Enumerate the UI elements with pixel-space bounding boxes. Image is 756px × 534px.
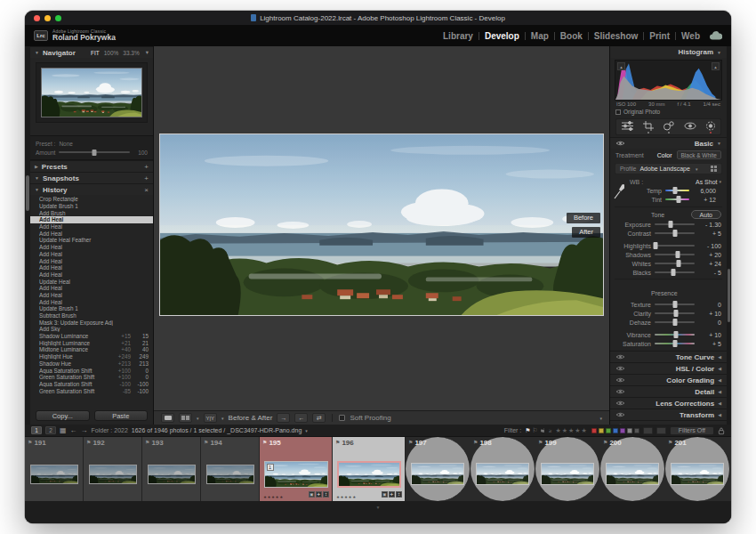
basic-panel-header[interactable]: Basic ▼ bbox=[610, 137, 727, 149]
thumb-flag-icon[interactable]: ⚑ bbox=[473, 440, 478, 445]
sync-cloud-icon[interactable] bbox=[709, 31, 722, 40]
slider-shadows[interactable]: Shadows+ 20 bbox=[610, 250, 727, 259]
second-window-button[interactable]: 2 bbox=[45, 426, 56, 434]
history-step[interactable]: Crop Rectangle bbox=[30, 196, 153, 203]
history-step[interactable]: Shadow Hue+213213 bbox=[30, 360, 153, 368]
section-hsl-color[interactable]: HSL / Color◀ bbox=[610, 362, 727, 374]
thumb-image[interactable] bbox=[541, 463, 594, 485]
scrollbar-thumb[interactable] bbox=[26, 175, 29, 211]
slider-track[interactable] bbox=[655, 334, 695, 336]
preset-value[interactable]: None bbox=[59, 141, 73, 147]
view-dropdown-caret-icon[interactable]: ▾ bbox=[197, 416, 199, 421]
history-step[interactable]: Aqua Saturation Shift-100-100 bbox=[30, 381, 153, 388]
slider-thumb[interactable] bbox=[672, 319, 677, 326]
history-step[interactable]: Add Heal bbox=[30, 285, 153, 292]
photo-preview[interactable]: Before After bbox=[159, 134, 604, 316]
history-step[interactable]: Add Heal bbox=[30, 292, 153, 299]
auto-tone-button[interactable]: Auto bbox=[691, 210, 721, 219]
collapse-triangle-icon[interactable]: ◀ bbox=[718, 354, 721, 360]
edit-sliders-tool[interactable] bbox=[621, 121, 634, 134]
before-after-dropdown-caret-icon[interactable]: ▾ bbox=[221, 416, 224, 421]
slider-track[interactable] bbox=[655, 254, 695, 255]
previous-photo-arrow-icon[interactable]: ← bbox=[70, 427, 77, 434]
collapse-triangle-icon[interactable]: ◀ bbox=[718, 366, 721, 371]
slider-highlights[interactable]: Highlights- 100 bbox=[610, 241, 727, 250]
filmstrip-cell-191[interactable]: ⚑191 bbox=[25, 437, 84, 501]
amount-slider-thumb[interactable] bbox=[92, 150, 97, 156]
color-label-filter[interactable] bbox=[620, 428, 625, 433]
original-photo-checkbox[interactable] bbox=[615, 109, 621, 115]
thumb-flag-icon[interactable]: ⚑ bbox=[668, 440, 672, 445]
treatment-color-option[interactable]: Color bbox=[657, 152, 672, 158]
badge-crop-icon[interactable]: ▣ bbox=[382, 491, 388, 498]
slider-vibrance[interactable]: Vibrance+ 10 bbox=[610, 330, 727, 339]
filmstrip-cell-196[interactable]: ⚑196★★★★★▣✚± bbox=[333, 437, 406, 501]
thumb-image[interactable] bbox=[476, 463, 529, 485]
filmstrip-cell-199[interactable]: ⚑199 bbox=[535, 437, 600, 501]
slider-blacks[interactable]: Blacks- 5 bbox=[610, 268, 727, 277]
history-step[interactable]: Add Heal bbox=[30, 244, 153, 251]
highlight-clipping-indicator[interactable]: ▴ bbox=[712, 62, 720, 70]
histogram-header[interactable]: Histogram ▼ bbox=[610, 46, 727, 58]
module-library[interactable]: Library bbox=[443, 31, 473, 41]
slider-thumb[interactable] bbox=[674, 310, 679, 317]
slider-thumb[interactable] bbox=[673, 230, 678, 237]
presets-header[interactable]: ▶ Presets + bbox=[30, 160, 153, 172]
module-print[interactable]: Print bbox=[649, 31, 670, 41]
hide-filmstrip-caret-icon[interactable]: ▼ bbox=[376, 505, 381, 510]
panel-eye-icon[interactable] bbox=[615, 376, 625, 384]
thumb-flag-icon[interactable]: ⚑ bbox=[28, 440, 32, 445]
badge-crop-icon[interactable]: ▣ bbox=[309, 491, 315, 498]
section-tone-curve[interactable]: Tone Curve◀ bbox=[610, 351, 727, 362]
navigator-preview[interactable] bbox=[36, 62, 148, 123]
collapse-triangle-icon[interactable]: ▼ bbox=[35, 50, 39, 55]
thumb-image[interactable] bbox=[206, 465, 254, 484]
before-after-view-button[interactable]: Y|Y bbox=[204, 413, 218, 423]
thumb-flag-icon[interactable]: ⚑ bbox=[145, 440, 149, 445]
paste-button[interactable]: Paste bbox=[94, 410, 149, 421]
zoom-100-option[interactable]: 100% bbox=[104, 50, 119, 56]
histogram-graph[interactable]: ▴ ▴ bbox=[615, 60, 722, 101]
thumb-flag-icon[interactable]: ⚑ bbox=[262, 440, 267, 445]
history-step[interactable]: Update Heal bbox=[30, 278, 153, 285]
thumb-flag-icon[interactable]: ⚑ bbox=[603, 440, 607, 445]
slider-exposure[interactable]: Exposure- 1.30 bbox=[610, 220, 727, 229]
add-snapshot-icon[interactable]: + bbox=[144, 174, 149, 182]
history-step[interactable]: Mask 3: Update Exposure Adjustment bbox=[30, 319, 153, 326]
thumb-image[interactable] bbox=[337, 461, 401, 488]
left-panel-scrollbar[interactable] bbox=[25, 46, 30, 425]
masking-tool[interactable] bbox=[705, 121, 716, 134]
wb-value[interactable]: As Shot bbox=[696, 179, 718, 185]
profile-row[interactable]: Profile Adobe Landscape ▾ bbox=[615, 163, 722, 174]
collapse-triangle-icon[interactable]: ◀ bbox=[718, 412, 721, 417]
reject-flag-icon[interactable]: ⚑ bbox=[540, 427, 545, 433]
slider-dehaze[interactable]: Dehaze0 bbox=[610, 318, 727, 327]
color-label-filter[interactable] bbox=[627, 428, 632, 433]
zoom-dropdown-caret-icon[interactable]: ▾ bbox=[146, 49, 149, 56]
snapshots-header[interactable]: ▼ Snapshots + bbox=[30, 172, 153, 183]
filmstrip-status[interactable]: 1626 of 1946 photos / 1 selected / _DSC3… bbox=[132, 427, 302, 433]
slider-thumb[interactable] bbox=[676, 196, 680, 203]
collapse-triangle-icon[interactable]: ▼ bbox=[717, 141, 721, 146]
slider-track[interactable] bbox=[655, 303, 695, 305]
panel-eye-icon[interactable] bbox=[615, 365, 625, 372]
slider-track[interactable] bbox=[655, 223, 695, 225]
slider-track[interactable] bbox=[655, 271, 695, 273]
history-step[interactable]: Add Sky bbox=[30, 326, 153, 333]
slider-track[interactable] bbox=[655, 263, 695, 264]
right-panel-scrollbar[interactable] bbox=[727, 46, 731, 425]
history-step[interactable]: Update Heal Feather bbox=[30, 237, 153, 244]
history-step[interactable]: Add Heal bbox=[30, 271, 153, 279]
next-photo-arrow-icon[interactable]: → bbox=[81, 427, 88, 434]
develop-canvas[interactable]: Before After bbox=[154, 46, 609, 410]
thumb-size-button[interactable] bbox=[643, 427, 653, 434]
history-step[interactable]: Add Heal bbox=[30, 216, 153, 223]
badge-adjust-icon[interactable]: ± bbox=[323, 491, 329, 498]
add-preset-icon[interactable]: + bbox=[144, 163, 149, 171]
history-step[interactable]: Add Heal bbox=[30, 230, 153, 237]
color-label-filter[interactable] bbox=[591, 428, 597, 433]
red-eye-tool[interactable] bbox=[684, 121, 696, 134]
history-step[interactable]: Midtone Luminance+4040 bbox=[30, 346, 153, 353]
slider-thumb[interactable] bbox=[673, 340, 678, 347]
slider-track[interactable] bbox=[655, 343, 695, 344]
